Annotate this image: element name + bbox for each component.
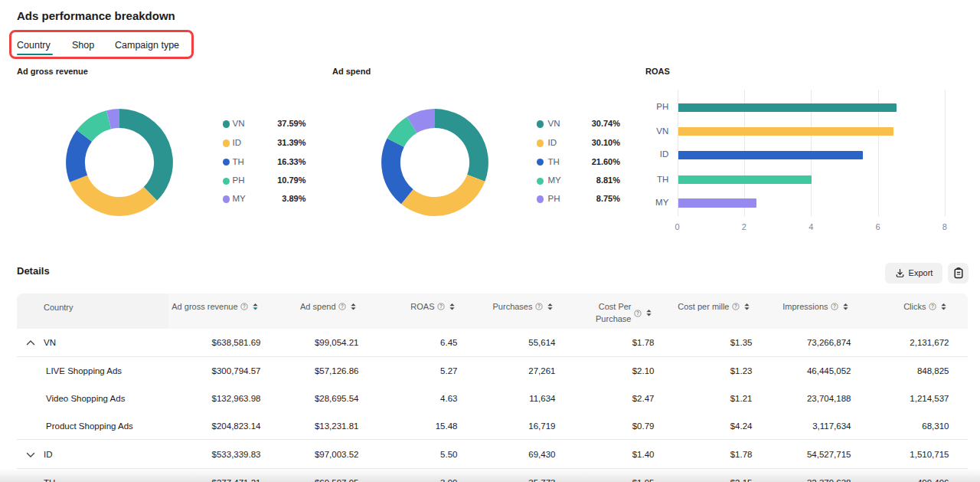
svg-text:?: ? [930,303,933,309]
svg-text:?: ? [635,310,639,316]
svg-text:?: ? [439,303,442,309]
svg-text:?: ? [242,303,245,309]
svg-text:?: ? [340,303,343,309]
svg-text:?: ? [537,303,540,309]
svg-text:?: ? [832,303,835,309]
svg-text:?: ? [733,303,737,309]
